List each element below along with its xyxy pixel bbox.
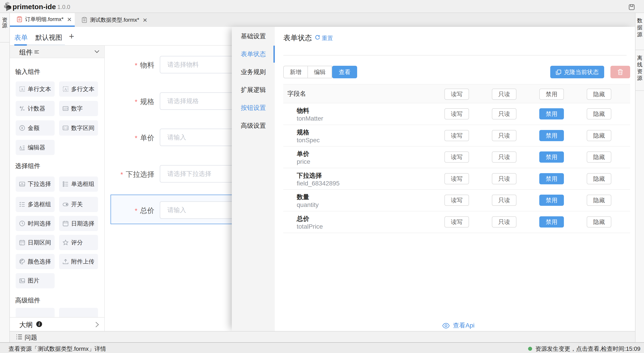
svg-text:A: A	[64, 87, 67, 92]
svg-text:A: A	[19, 145, 22, 150]
svg-text:123: 123	[63, 107, 68, 110]
svg-text:¥: ¥	[21, 126, 23, 130]
svg-text:1~3: 1~3	[64, 127, 68, 130]
svg-text:A: A	[21, 87, 24, 92]
